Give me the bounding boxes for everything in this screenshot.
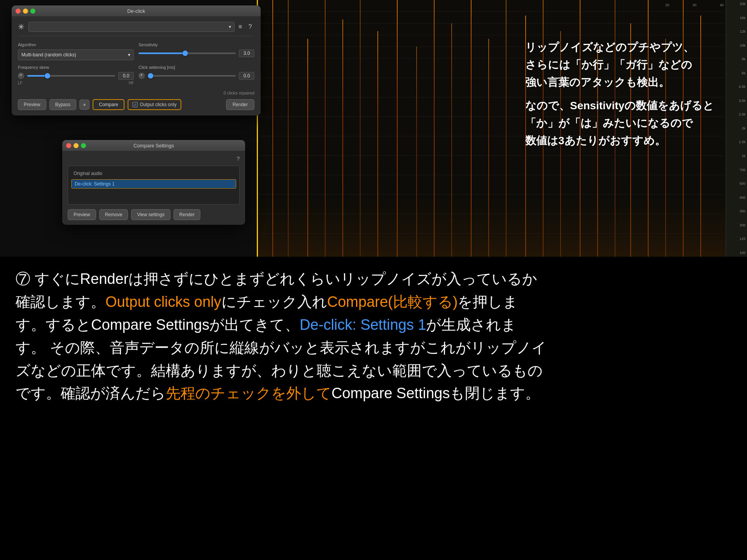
original-audio-label: Original audio [74,171,102,176]
click-widening-label: Click widening [ms] [139,65,254,70]
output-clicks-checkbox[interactable]: ✓ [132,102,138,107]
compare-list: Original audio De-click: Settings 1 [68,166,240,205]
top-ruler-label: 30 [693,3,696,7]
output-clicks-only-toggle[interactable]: ✓ Output clicks only [128,99,181,110]
ruler-label-12k: 12k [728,30,745,33]
ruler-label-100: 100 [728,251,745,255]
frequency-skew-knob[interactable] [18,73,24,79]
click-widening-slider[interactable] [148,75,236,77]
ruler-label-500: 500 [728,182,745,186]
compare-maximize-button[interactable] [81,143,86,148]
top-section: 20k 16k 12k 10k 8k 6k 4.5k 3.5k 2.5k 2k … [0,0,747,257]
bottom-text-end: Compare Settingsも閉じます。 [331,385,540,401]
compare-list-item-settings1[interactable]: De-click: Settings 1 [71,179,236,189]
remove-check-text: 先程のチェックを外して [166,385,331,401]
annotation-text-3: 強い言葉のアタックも検出。 [525,76,670,88]
ruler-label-1k: 1k [728,154,745,158]
compare-preview-button[interactable]: Preview [68,209,96,220]
close-button[interactable] [16,9,21,14]
minimize-button[interactable] [23,9,28,14]
maximize-button[interactable] [30,9,35,14]
compare-button[interactable]: Compare [93,99,124,110]
menu-icon[interactable]: ≡ [238,23,242,30]
freq-skew-labels: LF HF [18,81,134,85]
bottom-text-block: ⑦ すぐにRenderは押さずにひとまずどれくらいリップノイズが入っているか 確… [16,268,731,405]
click-widening-knob-row: 0.0 [139,72,254,80]
sensitivity-slider-track[interactable] [139,52,236,54]
algorithm-label: Algorithm [18,42,134,47]
compare-minimize-button[interactable] [74,143,79,148]
click-widening-value: 0.0 [239,72,254,80]
plugin-toolbar: ✳︎ ▾ ≡ ? [18,22,254,36]
lf-label: LF [18,81,23,85]
compare-bottom-toolbar: Preview Remove View settings Render [68,209,240,220]
compare-view-settings-button[interactable]: View settings [131,209,170,220]
compare-close-button[interactable] [66,143,71,148]
ruler-label-2k: 2k [728,126,745,130]
sensitivity-slider-thumb[interactable] [182,51,188,56]
freq-skew-fill [27,75,45,77]
plugin-content: ✳︎ ▾ ≡ ? Algorithm Multi-band (random cl… [12,16,261,116]
annotation-text-5: 「か」が「は」みたいになるので [525,117,693,129]
window-controls [16,9,35,14]
ruler-label-125: 125 [728,237,745,241]
top-ruler-label: 40 [720,3,724,7]
ruler-label-8k: 8k [728,57,745,61]
ruler-label-400: 400 [728,196,745,200]
compare-remove-button[interactable]: Remove [99,209,128,220]
compare-help: ? [68,156,240,162]
sensitivity-slider-row: 3.0 [139,49,254,57]
bottom-text-mid1: にチェック入れ [221,294,327,310]
annotation-text-6: 数値は3あたりがおすすめ。 [525,135,666,147]
ruler-label-10k: 10k [728,44,745,47]
top-ruler-label: 20 [665,3,669,7]
bypass-button[interactable]: Bypass [49,99,76,110]
click-widening-thumb[interactable] [148,73,153,79]
sensitivity-value: 3.0 [239,49,254,57]
compare-settings-window: Compare Settings ? Original audio De-cli… [62,140,245,225]
compare-help-button[interactable]: ? [237,156,240,162]
sensitivity-slider-fill [139,52,182,54]
render-button[interactable]: Render [226,99,254,110]
ruler-label-3_5k: 3.5k [728,99,745,103]
algorithm-control: Algorithm Multi-band (random clicks) ▾ [18,42,134,60]
top-ruler: 20 30 40 [665,3,724,7]
algorithm-value: Multi-band (random clicks) [21,52,76,58]
freq-skew-value: 0.0 [118,72,134,80]
svg-rect-40 [257,194,747,257]
annotation-overlay: リップノイズなどのプチやプツ、 さらには「か行」「ガ行」などの 強い言葉のアタッ… [525,39,720,156]
plus-button[interactable]: + [79,100,89,110]
hf-label: HF [129,81,134,85]
compare-render-button[interactable]: Render [174,209,200,220]
frequency-skew-label: Frequency skew [18,65,134,70]
freq-skew-thumb[interactable] [45,73,50,79]
annotation-line2: なので、Sensitivityの数値をあげると 「か」が「は」みたいになるので … [525,97,720,149]
annotation-line1: リップノイズなどのプチやプツ、 さらには「か行」「ガ行」などの 強い言葉のアタッ… [525,39,720,91]
annotation-text-1: リップノイズなどのプチやプツ、 [525,41,694,53]
help-button[interactable]: ? [246,23,254,31]
window-titlebar: De-click [12,5,261,16]
clicks-repaired: 0 clicks repaired [18,91,254,95]
output-clicks-only-text: Output clicks only [105,294,221,310]
preview-button[interactable]: Preview [18,99,46,110]
click-widening-control: Click widening [ms] 0.0 [139,65,254,85]
compare-list-item-original[interactable]: Original audio [71,169,236,178]
sensitivity-control: Sensitivity 3.0 [139,42,254,60]
click-widening-knob[interactable] [139,73,145,79]
controls-grid: Algorithm Multi-band (random clicks) ▾ S… [18,42,254,85]
declick-plugin-window: De-click ✳︎ ▾ ≡ ? Algorithm Multi- [12,5,261,116]
frequency-skew-control: Frequency skew 0.0 LF HF [18,65,134,85]
settings1-label: De-click: Settings 1 [75,181,115,187]
preset-select[interactable]: ▾ [28,22,235,32]
algorithm-select[interactable]: Multi-band (random clicks) ▾ [18,49,134,60]
compare-window-controls [66,143,86,148]
compare-text: Compare(比較する) [327,294,458,310]
sensitivity-label: Sensitivity [139,42,254,47]
frequency-skew-slider[interactable] [27,75,115,77]
declick-settings1-text: De-click: Settings 1 [300,317,426,333]
ruler-label-2_5k: 2.5k [728,112,745,116]
output-clicks-label-text: Output clicks only [140,102,177,107]
ruler-label-700: 700 [728,168,745,172]
ruler-label-6k: 6k [728,71,745,75]
annotation-text-2: さらには「か行」「ガ行」などの [525,59,692,71]
